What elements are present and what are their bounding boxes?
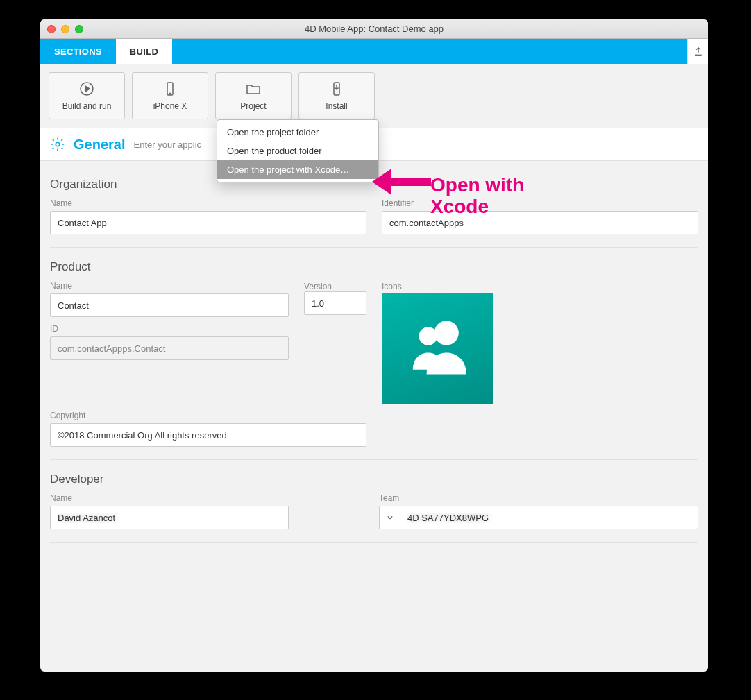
- device-button[interactable]: iPhone X: [132, 72, 208, 119]
- annotation-arrow-icon: [372, 164, 434, 199]
- build-and-run-label: Build and run: [62, 101, 112, 111]
- org-name-label: Name: [50, 198, 366, 208]
- gear-icon: [50, 137, 65, 152]
- app-window: 4D Mobile App: Contact Demo app SECTIONS…: [40, 19, 708, 672]
- folder-icon: [245, 80, 262, 97]
- developer-heading: Developer: [50, 472, 698, 486]
- menu-open-with-xcode[interactable]: Open the project with Xcode…: [217, 160, 378, 179]
- project-label: Project: [240, 101, 266, 111]
- menu-open-project-folder[interactable]: Open the project folder: [217, 123, 378, 142]
- upload-button[interactable]: [687, 39, 708, 64]
- dev-name-input[interactable]: [50, 506, 289, 529]
- window-title: 4D Mobile App: Contact Demo app: [40, 24, 708, 34]
- page-title: General: [74, 137, 125, 153]
- svg-point-4: [56, 142, 60, 146]
- copyright-input[interactable]: [50, 423, 366, 447]
- upload-icon: [693, 46, 703, 56]
- dev-name-label: Name: [50, 493, 289, 503]
- product-version-label: Version: [304, 282, 332, 291]
- annotation-line1: Open with: [430, 175, 524, 196]
- divider: [50, 459, 698, 460]
- toolbar: Build and run iPhone X Project Install O…: [40, 64, 708, 119]
- org-identifier-input[interactable]: [382, 211, 698, 234]
- people-icon: [399, 310, 475, 386]
- install-label: Install: [326, 101, 347, 111]
- titlebar: 4D Mobile App: Contact Demo app: [40, 19, 708, 39]
- product-icons-label: Icons: [382, 282, 402, 291]
- tab-build[interactable]: BUILD: [116, 39, 172, 64]
- build-and-run-button[interactable]: Build and run: [49, 72, 125, 119]
- form-content: Organization Name Identifier Product Nam…: [40, 161, 708, 567]
- menu-open-product-folder[interactable]: Open the product folder: [217, 142, 378, 160]
- project-button[interactable]: Project: [215, 72, 292, 119]
- team-input[interactable]: [400, 506, 698, 529]
- product-name-label: Name: [50, 281, 289, 291]
- team-label: Team: [379, 493, 698, 503]
- product-id-input: [50, 336, 289, 360]
- app-icon-preview[interactable]: [382, 293, 493, 404]
- product-version-input[interactable]: [304, 291, 366, 315]
- phone-icon: [162, 80, 178, 97]
- svg-point-2: [169, 93, 171, 94]
- product-id-label: ID: [50, 324, 289, 334]
- tab-sections[interactable]: SECTIONS: [40, 39, 116, 64]
- divider: [50, 542, 698, 543]
- org-identifier-label: Identifier: [382, 198, 698, 208]
- chevron-down-icon: [387, 515, 393, 520]
- product-heading: Product: [50, 260, 698, 274]
- install-button[interactable]: Install: [298, 72, 375, 119]
- project-dropdown: Open the project folder Open the product…: [217, 119, 379, 182]
- annotation-line2: Xcode: [430, 196, 524, 218]
- annotation-text: Open with Xcode: [430, 175, 524, 218]
- org-name-input[interactable]: [50, 211, 366, 234]
- svg-point-6: [434, 321, 459, 345]
- product-name-input[interactable]: [50, 293, 289, 317]
- device-label: iPhone X: [153, 101, 187, 111]
- copyright-label: Copyright: [50, 411, 366, 420]
- team-dropdown-button[interactable]: [379, 506, 400, 529]
- install-icon: [328, 80, 345, 97]
- divider: [50, 247, 698, 248]
- play-icon: [78, 80, 95, 97]
- page-subtitle: Enter your applic: [133, 139, 201, 150]
- svg-point-5: [419, 327, 437, 345]
- main-tabs: SECTIONS BUILD: [40, 39, 708, 64]
